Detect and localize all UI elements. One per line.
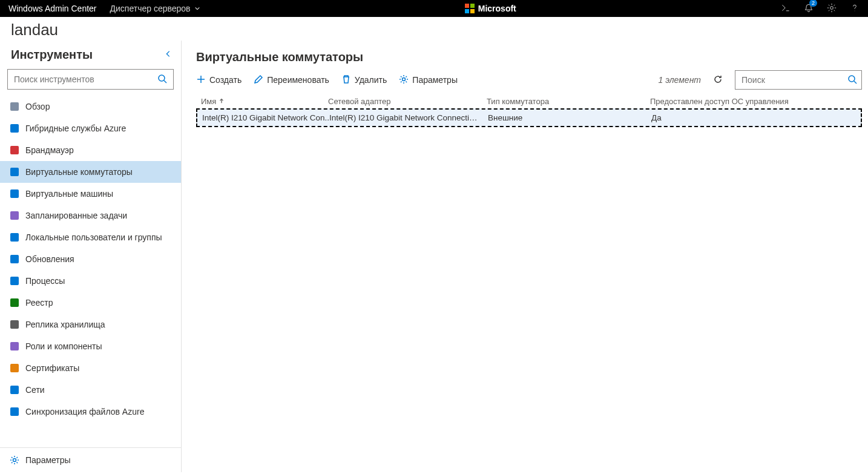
server-icon: [10, 102, 19, 111]
sidebar-item[interactable]: Виртуальные машины: [0, 183, 181, 205]
roles-icon: [10, 341, 19, 351]
sidebar-item-label: Локальные пользователи и группы: [25, 232, 162, 242]
tasks-icon: [10, 211, 19, 220]
column-label: Имя: [201, 97, 216, 106]
sidebar-item-label: Сертификаты: [25, 363, 79, 373]
storage-replica-icon: [10, 320, 19, 329]
plus-icon: [196, 74, 206, 86]
sidebar-item[interactable]: Реплика хранилища: [0, 314, 181, 335]
processes-icon: [10, 276, 19, 286]
gear-icon: [10, 455, 19, 465]
top-header: Windows Admin Center Диспетчер серверов …: [0, 0, 868, 17]
context-switcher[interactable]: Диспетчер серверов: [110, 4, 200, 13]
gear-icon: [399, 74, 409, 86]
sidebar-item[interactable]: Сети: [0, 379, 181, 401]
registry-icon: [10, 298, 19, 308]
column-label: Тип коммутатора: [487, 97, 549, 106]
refresh-button[interactable]: [713, 74, 723, 86]
main-panel: Виртуальные коммутаторы Создать Переимен…: [182, 41, 868, 472]
sidebar-item[interactable]: Брандмауэр: [0, 139, 181, 161]
sidebar-item[interactable]: Сертификаты: [0, 357, 181, 379]
params-button[interactable]: Параметры: [399, 74, 458, 86]
server-name: landau: [0, 17, 868, 41]
network-icon: [10, 385, 19, 395]
sidebar-footer: Параметры: [0, 447, 181, 472]
grid-body: Intel(R) I210 Gigabit Network Con...Inte…: [196, 108, 862, 127]
sidebar-item[interactable]: Синхронизация файлов Azure: [0, 401, 181, 423]
notifications-icon[interactable]: 2: [804, 3, 814, 15]
cell-type: Внешние: [488, 113, 651, 122]
tool-list: ОбзорГибридные службы AzureБрандмауэрВир…: [0, 96, 181, 447]
sidebar-item[interactable]: Обновления: [0, 248, 181, 270]
vswitch-icon: [10, 167, 19, 177]
powershell-icon[interactable]: [781, 3, 791, 15]
sidebar-item[interactable]: Роли и компоненты: [0, 335, 181, 357]
svg-point-0: [830, 6, 833, 9]
search-icon: [847, 74, 857, 86]
chevron-down-icon: [194, 4, 200, 13]
search-icon: [157, 74, 167, 85]
azure-icon: [10, 123, 19, 133]
sidebar-item-label: Обновления: [25, 254, 74, 264]
button-label: Переименовать: [267, 75, 329, 85]
vm-icon: [10, 189, 19, 199]
main-search-input[interactable]: [741, 75, 847, 85]
certs-icon: [10, 363, 19, 373]
notification-badge: 2: [809, 0, 817, 7]
column-header-os-access[interactable]: Предоставлен доступ ОС управления: [650, 97, 857, 106]
sidebar-item-label: Виртуальные коммутаторы: [25, 167, 133, 177]
tool-search-input[interactable]: [14, 74, 157, 84]
pencil-icon: [254, 74, 263, 86]
users-icon: [10, 232, 19, 242]
tool-search[interactable]: [7, 69, 174, 90]
sort-asc-icon: [219, 97, 225, 106]
sidebar-item-label: Реплика хранилища: [25, 320, 105, 329]
create-button[interactable]: Создать: [196, 74, 242, 86]
delete-button[interactable]: Удалить: [341, 74, 387, 86]
button-label: Удалить: [355, 75, 387, 85]
main-search[interactable]: [735, 70, 862, 90]
rename-button[interactable]: Переименовать: [254, 74, 329, 86]
svg-point-1: [159, 75, 165, 81]
sidebar-item[interactable]: Гибридные службы Azure: [0, 117, 181, 139]
item-count: 1 элемент: [658, 75, 701, 85]
sidebar-item-label: Реестр: [25, 298, 53, 308]
sidebar-item[interactable]: Процессы: [0, 270, 181, 292]
sidebar-item-label: Брандмауэр: [25, 145, 74, 155]
sidebar-collapse-button[interactable]: [164, 50, 173, 60]
page-title: Виртуальные коммутаторы: [196, 50, 862, 64]
sidebar-item-label: Запланированные задачи: [25, 211, 127, 220]
grid-header: Имя Сетевой адаптер Тип коммутатора Пред…: [196, 94, 862, 108]
sidebar-item[interactable]: Локальные пользователи и группы: [0, 226, 181, 248]
filesync-icon: [10, 407, 19, 416]
column-header-adapter[interactable]: Сетевой адаптер: [328, 97, 487, 106]
help-icon[interactable]: [850, 3, 860, 15]
cell-os-access: Да: [651, 113, 856, 122]
button-label: Параметры: [412, 75, 458, 85]
trash-icon: [341, 74, 351, 86]
svg-point-3: [403, 77, 406, 81]
sidebar-item[interactable]: Виртуальные коммутаторы: [0, 161, 181, 183]
sidebar-item[interactable]: Обзор: [0, 96, 181, 117]
column-header-name[interactable]: Имя: [201, 97, 328, 106]
sidebar-item-label: Виртуальные машины: [25, 189, 113, 199]
svg-point-4: [849, 76, 855, 82]
settings-icon[interactable]: [827, 3, 837, 15]
sidebar-item[interactable]: Реестр: [0, 292, 181, 314]
table-row[interactable]: Intel(R) I210 Gigabit Network Con...Inte…: [196, 108, 862, 127]
sidebar-item-label: Синхронизация файлов Azure: [25, 407, 144, 416]
microsoft-logo-icon: [465, 4, 475, 13]
firewall-icon: [10, 145, 19, 155]
toolbar: Создать Переименовать Удалить Параметры …: [196, 70, 862, 90]
sidebar-item-label: Обзор: [25, 102, 50, 111]
sidebar-item-label: Сети: [25, 385, 45, 395]
sidebar-title: Инструменты: [11, 48, 93, 62]
column-header-type[interactable]: Тип коммутатора: [487, 97, 650, 106]
context-label: Диспетчер серверов: [110, 4, 191, 13]
product-title: Windows Admin Center: [8, 4, 97, 13]
microsoft-label: Microsoft: [478, 4, 516, 13]
sidebar-item-label: Гибридные службы Azure: [25, 123, 126, 133]
microsoft-logo: Microsoft: [465, 4, 516, 13]
sidebar-item[interactable]: Запланированные задачи: [0, 205, 181, 226]
sidebar-item-settings[interactable]: Параметры: [0, 448, 181, 472]
